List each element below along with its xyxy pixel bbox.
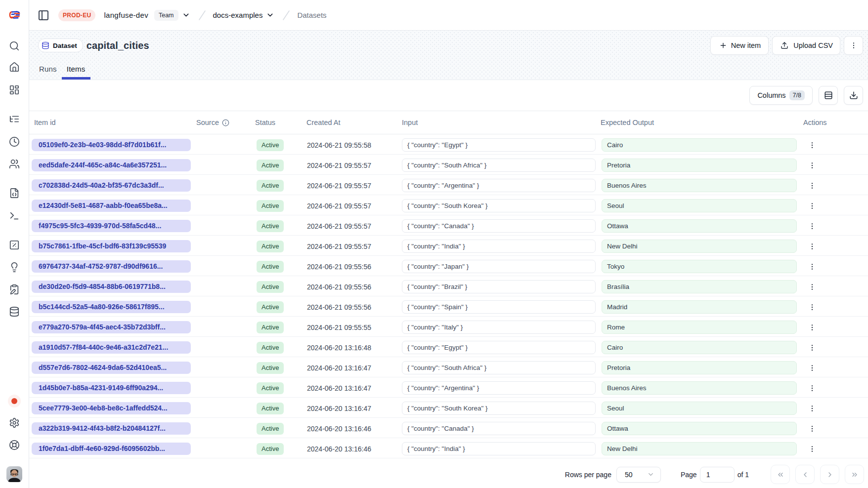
item-id-chip[interactable]: a1910d57-7f84-440c-9e46-a31c2d7e21... [32, 341, 191, 354]
row-actions-kebab-icon[interactable] [808, 141, 816, 149]
input-value-box[interactable]: { "country": "Brazil" } [402, 280, 596, 293]
langfuse-logo-icon[interactable] [8, 9, 21, 21]
sidebar-toggle-icon[interactable] [38, 9, 49, 21]
upload-csv-button[interactable]: Upload CSV [772, 36, 840, 55]
item-id-chip[interactable]: 69764737-34af-4752-9787-d90df9616... [32, 260, 191, 273]
org-chevron-down-icon[interactable] [182, 11, 190, 19]
column-header-status[interactable]: Status [250, 119, 302, 126]
row-actions-kebab-icon[interactable] [808, 324, 816, 331]
page-number-input[interactable] [700, 467, 735, 483]
row-actions-kebab-icon[interactable] [808, 445, 816, 453]
user-avatar[interactable] [6, 466, 22, 482]
column-header-expected-output[interactable]: Expected Output [596, 119, 798, 126]
expected-output-box[interactable]: Ottawa [602, 219, 797, 233]
row-actions-kebab-icon[interactable] [808, 202, 816, 210]
item-id-chip[interactable]: d557e7d6-7802-4624-9da6-52d410ea5... [32, 362, 191, 374]
row-actions-kebab-icon[interactable] [808, 222, 816, 230]
row-actions-kebab-icon[interactable] [808, 364, 816, 372]
expected-output-box[interactable]: Buenos Aires [602, 179, 797, 192]
expected-output-box[interactable]: Rome [602, 321, 797, 334]
input-value-box[interactable]: { "country": "Canada" } [402, 422, 596, 435]
dataset-type-badge[interactable]: Dataset [38, 39, 83, 52]
tab-runs[interactable]: Runs [34, 62, 62, 80]
column-header-item-id[interactable]: Item id [29, 119, 191, 126]
status-dot-icon[interactable] [11, 398, 17, 404]
insights-lightbulb-icon[interactable] [8, 261, 20, 273]
input-value-box[interactable]: { "country": "Egypt" } [402, 138, 596, 152]
export-button[interactable] [844, 86, 863, 105]
project-chevron-down-icon[interactable] [266, 11, 274, 19]
row-actions-kebab-icon[interactable] [808, 405, 816, 412]
new-item-button[interactable]: New item [710, 36, 769, 55]
row-actions-kebab-icon[interactable] [808, 283, 816, 291]
tracing-icon[interactable] [8, 113, 20, 125]
expected-output-box[interactable]: Buenos Aires [602, 381, 797, 395]
item-id-chip[interactable]: de30d2e0-f5d9-4854-88b6-0619771b8... [32, 281, 191, 293]
input-value-box[interactable]: { "country": "Japan" } [402, 260, 596, 273]
expected-output-box[interactable]: Pretoria [602, 361, 797, 374]
expected-output-box[interactable]: Seoul [602, 402, 797, 415]
row-height-button[interactable] [819, 86, 838, 105]
playground-terminal-icon[interactable] [8, 210, 20, 222]
column-header-created-at[interactable]: Created At [302, 119, 397, 126]
evaluation-square-percent-icon[interactable] [8, 239, 20, 251]
input-value-box[interactable]: { "country": "Egypt" } [402, 341, 596, 354]
expected-output-box[interactable]: Cairo [602, 138, 797, 152]
tab-items[interactable]: Items [62, 62, 90, 80]
expected-output-box[interactable]: Seoul [602, 199, 797, 212]
item-id-chip[interactable]: eed5dafe-244f-465c-a84c-4a6e357251... [32, 159, 191, 171]
annotation-clipboard-pen-icon[interactable] [8, 284, 20, 295]
users-icon[interactable] [8, 158, 20, 170]
expected-output-box[interactable]: Pretoria [602, 159, 797, 172]
expected-output-box[interactable]: Brasília [602, 280, 797, 293]
prompts-file-json-icon[interactable] [8, 187, 20, 199]
column-header-input[interactable]: Input [397, 119, 596, 126]
input-value-box[interactable]: { "country": "Argentina" } [402, 381, 596, 395]
row-actions-kebab-icon[interactable] [808, 425, 816, 433]
item-id-chip[interactable]: a322b319-9412-4f43-b8f2-b20484127f... [32, 422, 191, 435]
row-actions-kebab-icon[interactable] [808, 384, 816, 392]
row-actions-kebab-icon[interactable] [808, 263, 816, 271]
breadcrumb-project[interactable]: docs-examples [213, 11, 263, 19]
row-actions-kebab-icon[interactable] [808, 344, 816, 352]
expected-output-box[interactable]: New Delhi [602, 442, 797, 455]
item-id-chip[interactable]: e779a270-579a-4f45-aec4-35b72d3bff... [32, 321, 191, 333]
dashboard-icon[interactable] [8, 84, 20, 96]
item-id-chip[interactable]: b75c7861-1fbe-45cf-bdf6-83f139c95539 [32, 240, 191, 252]
expected-output-box[interactable]: Tokyo [602, 260, 797, 273]
input-value-box[interactable]: { "country": "India" } [402, 442, 596, 455]
row-actions-kebab-icon[interactable] [808, 243, 816, 250]
item-id-chip[interactable]: 1f0e7da1-dbff-4e60-929d-f6095602bb... [32, 443, 191, 455]
first-page-button[interactable] [771, 465, 790, 484]
support-life-buoy-icon[interactable] [8, 439, 20, 451]
input-value-box[interactable]: { "country": "South Africa" } [402, 159, 596, 172]
item-id-chip[interactable]: c702838d-24d5-40a2-bf35-67dc3a3df... [32, 179, 191, 192]
environment-badge[interactable]: PROD-EU [58, 9, 95, 21]
item-id-chip[interactable]: f4975c95-5fc3-4939-970d-58fa5cd48... [32, 220, 191, 232]
input-value-box[interactable]: { "country": "Italy" } [402, 321, 596, 334]
expected-output-box[interactable]: Cairo [602, 341, 797, 354]
breadcrumb-org[interactable]: langfuse-dev [104, 11, 148, 19]
input-value-box[interactable]: { "country": "Canada" } [402, 219, 596, 233]
datasets-database-icon[interactable] [8, 306, 20, 318]
item-id-chip[interactable]: e12430df-5e81-4687-aabb-f0ea65be8a... [32, 200, 191, 212]
expected-output-box[interactable]: New Delhi [602, 240, 797, 253]
input-value-box[interactable]: { "country": "South Korea" } [402, 199, 596, 212]
row-actions-kebab-icon[interactable] [808, 182, 816, 190]
columns-button[interactable]: Columns 7/8 [749, 86, 813, 105]
settings-gear-icon[interactable] [8, 417, 20, 429]
item-id-chip[interactable]: 1d45b0e7-b85a-4231-9149-6ff90a294... [32, 382, 191, 394]
next-page-button[interactable] [820, 465, 839, 484]
search-icon[interactable] [8, 40, 20, 52]
expected-output-box[interactable]: Ottawa [602, 422, 797, 435]
row-actions-kebab-icon[interactable] [808, 303, 816, 311]
expected-output-box[interactable]: Madrid [602, 300, 797, 314]
prev-page-button[interactable] [795, 465, 815, 484]
input-value-box[interactable]: { "country": "South Korea" } [402, 402, 596, 415]
home-icon[interactable] [8, 61, 20, 73]
input-value-box[interactable]: { "country": "Spain" } [402, 300, 596, 314]
more-actions-button[interactable] [844, 36, 863, 55]
input-value-box[interactable]: { "country": "South Africa" } [402, 361, 596, 374]
column-header-source[interactable]: Source [191, 119, 250, 126]
sessions-clock-icon[interactable] [8, 136, 20, 148]
